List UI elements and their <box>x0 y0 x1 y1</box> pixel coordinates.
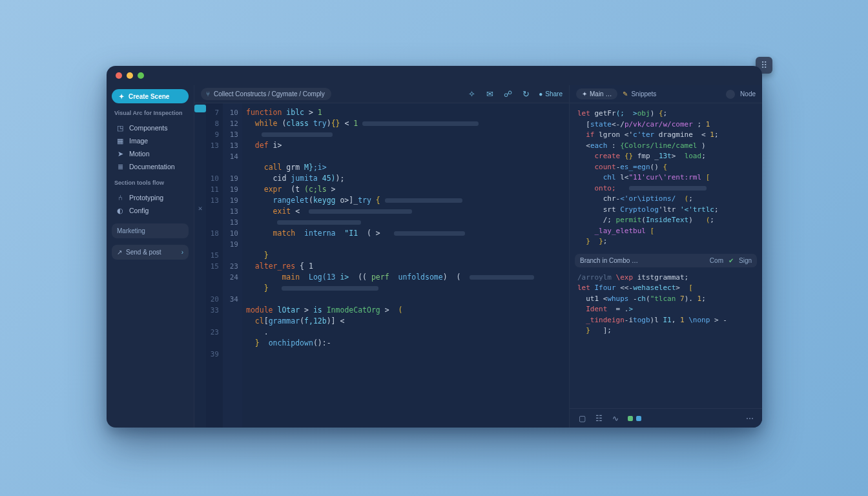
code-lines[interactable]: function iblc > 1 while (class try){} < … <box>242 103 569 428</box>
right-code-block-2[interactable]: /arroylm \exp itstgrammat;let Ifour <<-w… <box>570 267 762 340</box>
editor-toolbar: ⑂ Collect Constructs / Cgymate / Comply … <box>194 85 569 103</box>
cube-icon: ◳ <box>116 123 125 132</box>
create-button[interactable]: ✦ Create Scene <box>112 89 189 103</box>
avatar-dot[interactable] <box>726 90 735 99</box>
create-label: Create Scene <box>129 93 169 100</box>
editor-pane: ⑂ Collect Constructs / Cgymate / Comply … <box>194 85 570 428</box>
marketing-box[interactable]: Marketing <box>112 223 189 238</box>
chevron-right-icon: › <box>181 249 183 256</box>
tab-snippets[interactable]: ✎Snippets <box>623 90 656 98</box>
share-button[interactable]: ● Share <box>539 89 563 99</box>
share-pill[interactable]: ↗ Send & post › <box>112 245 189 260</box>
zoom-dot[interactable] <box>138 72 144 79</box>
branch-icon: ⑂ <box>206 90 210 98</box>
sidebar: ✦ Create Scene Visual Arc for Inspection… <box>107 85 194 428</box>
tool-person-icon[interactable]: ☍ <box>502 89 513 99</box>
sidebar-item-components[interactable]: ◳Components <box>112 121 189 134</box>
foot-status-lights <box>628 416 641 421</box>
tool-refresh-icon[interactable]: ↻ <box>521 89 531 99</box>
breadcrumb[interactable]: ⑂ Collect Constructs / Cgymate / Comply <box>201 88 331 100</box>
tab-node[interactable]: Node <box>740 90 756 98</box>
sidebar-item-documentation[interactable]: ≣Documentation <box>112 160 189 173</box>
foot-link-icon[interactable]: ∿ <box>611 414 620 423</box>
close-dot[interactable] <box>116 72 122 79</box>
send-icon: ➤ <box>116 149 125 158</box>
sidebar-heading-2: Section tools flow <box>112 177 189 187</box>
gutter-left: 7891310111318151520332339 <box>206 103 223 428</box>
right-panel-footer: ▢ ☷ ∿ ⋯ <box>570 408 762 428</box>
tool-sparkle-icon[interactable]: ✧ <box>466 89 477 99</box>
spark-icon: ✦ <box>118 93 125 99</box>
gutter-right: 101213131419191913131019232434 <box>223 103 242 428</box>
right-panel-tabs: ✦ Main … ✎Snippets Node <box>570 85 762 103</box>
tool-chat-icon[interactable]: ✉ <box>484 89 495 99</box>
image-icon: ▦ <box>116 136 125 145</box>
share-label: Send & post <box>126 249 161 256</box>
right-code-block-1[interactable]: let getFr(; >obj) {; [state<-/p/vk/car/w… <box>570 103 762 251</box>
right-panel: ✦ Main … ✎Snippets Node let getFr(; >obj… <box>570 85 762 428</box>
check-icon: ✔ <box>728 257 734 264</box>
titlebar <box>107 66 762 85</box>
breadcrumb-text: Collect Constructs / Cgymate / Comply <box>214 90 325 98</box>
branch-combo-bar[interactable]: Branch in Combo … Com ✔ Sign <box>575 254 757 267</box>
branch-icon: ⑃ <box>116 193 125 202</box>
sidebar-item-config[interactable]: ◐Config <box>112 204 189 217</box>
minimize-dot[interactable] <box>127 72 133 79</box>
sidebar-item-motion[interactable]: ➤Motion <box>112 147 189 160</box>
sep-com[interactable]: Com <box>710 257 723 264</box>
marketing-label: Marketing <box>117 227 145 234</box>
main-area: ⑂ Collect Constructs / Cgymate / Comply … <box>194 85 762 428</box>
marker-gutter: ✕ <box>194 103 206 428</box>
foot-terminal-icon[interactable]: ▢ <box>577 414 586 423</box>
app-window: ✦ Create Scene Visual Arc for Inspection… <box>107 66 762 428</box>
sep-sign[interactable]: Sign <box>739 257 752 264</box>
foot-db-icon[interactable]: ☷ <box>594 414 603 423</box>
sidebar-heading-1: Visual Arc for Inspection <box>112 107 189 118</box>
sidebar-item-image[interactable]: ▦Image <box>112 134 189 147</box>
stack-icon: ≣ <box>116 162 125 171</box>
adjust-icon: ◐ <box>116 206 125 215</box>
branch-combo-label: Branch in Combo … <box>580 257 638 264</box>
share-icon: ↗ <box>117 249 122 256</box>
code-viewport[interactable]: ✕ 7891310111318151520332339 101213131419… <box>194 103 569 428</box>
tab-main[interactable]: ✦ Main … <box>576 88 617 99</box>
sidebar-item-prototyping[interactable]: ⑃Prototyping <box>112 191 189 204</box>
foot-more-icon[interactable]: ⋯ <box>745 414 754 423</box>
